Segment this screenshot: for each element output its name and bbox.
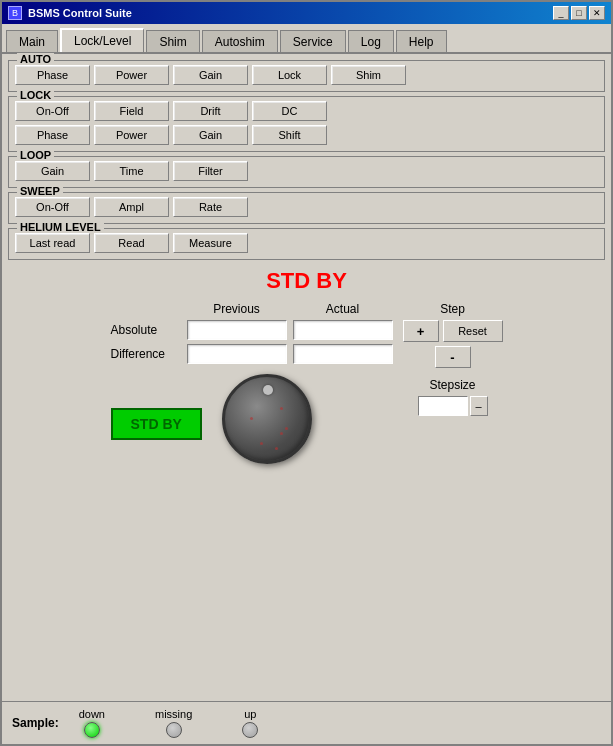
title-bar: B BSMS Control Suite _ □ ✕	[2, 2, 611, 24]
tab-service[interactable]: Service	[280, 30, 346, 52]
lock-drift-button[interactable]: Drift	[173, 101, 248, 121]
sample-up-label: up	[244, 708, 256, 720]
field-section: Previous Actual Absolute Difference	[111, 302, 393, 464]
title-bar-left: B BSMS Control Suite	[8, 6, 132, 20]
std-by-status: STD BY	[266, 268, 347, 294]
stepsize-dec-button[interactable]: –	[470, 396, 488, 416]
tab-autoshim[interactable]: Autoshim	[202, 30, 278, 52]
step-minus-button[interactable]: -	[435, 346, 471, 368]
auto-power-button[interactable]: Power	[94, 65, 169, 85]
status-area: STD BY Previous Actual Absolute	[8, 264, 605, 695]
auto-gain-button[interactable]: Gain	[173, 65, 248, 85]
sample-row: Sample: down missing up	[12, 708, 601, 738]
tab-shim[interactable]: Shim	[146, 30, 199, 52]
sample-label: Sample:	[12, 716, 59, 730]
loop-group: LOOP Gain Time Filter	[8, 156, 605, 188]
loop-gain-button[interactable]: Gain	[15, 161, 90, 181]
sample-missing-indicator: missing	[155, 708, 192, 738]
lock-power-button[interactable]: Power	[94, 125, 169, 145]
auto-phase-button[interactable]: Phase	[15, 65, 90, 85]
tab-main[interactable]: Main	[6, 30, 58, 52]
lock-group: LOCK On-Off Field Drift DC Phase Power G…	[8, 96, 605, 152]
title-buttons: _ □ ✕	[553, 6, 605, 20]
difference-actual-input[interactable]	[293, 344, 393, 364]
sweep-ampl-button[interactable]: Ampl	[94, 197, 169, 217]
absolute-previous-input[interactable]	[187, 320, 287, 340]
sweep-label: SWEEP	[17, 185, 63, 197]
lock-row1: On-Off Field Drift DC	[15, 101, 598, 121]
reset-button[interactable]: Reset	[443, 320, 503, 342]
window-title: BSMS Control Suite	[28, 7, 132, 19]
step-plus-button[interactable]: +	[403, 320, 439, 342]
lock-shift-button[interactable]: Shift	[252, 125, 327, 145]
actual-header: Actual	[293, 302, 393, 316]
previous-header: Previous	[187, 302, 287, 316]
sweep-group: SWEEP On-Off Ampl Rate	[8, 192, 605, 224]
loop-filter-button[interactable]: Filter	[173, 161, 248, 181]
step-label: Step	[440, 302, 465, 316]
tab-log[interactable]: Log	[348, 30, 394, 52]
status-bar: Sample: down missing up	[2, 701, 611, 744]
sample-indicators: down missing up	[79, 708, 259, 738]
tab-lock-level[interactable]: Lock/Level	[60, 28, 144, 52]
lock-gain-button[interactable]: Gain	[173, 125, 248, 145]
sweep-rate-button[interactable]: Rate	[173, 197, 248, 217]
auto-buttons: Phase Power Gain Lock Shim	[15, 65, 598, 85]
sweep-onoff-button[interactable]: On-Off	[15, 197, 90, 217]
sample-down-label: down	[79, 708, 105, 720]
step-controls: + Reset	[403, 320, 503, 342]
sample-missing-label: missing	[155, 708, 192, 720]
tab-help[interactable]: Help	[396, 30, 447, 52]
helium-read-button[interactable]: Read	[94, 233, 169, 253]
sample-down-indicator: down	[79, 708, 105, 738]
lock-dc-button[interactable]: DC	[252, 101, 327, 121]
maximize-button[interactable]: □	[571, 6, 587, 20]
helium-buttons: Last read Read Measure	[15, 233, 598, 253]
difference-previous-input[interactable]	[187, 344, 287, 364]
lock-label: LOCK	[17, 89, 54, 101]
minimize-button[interactable]: _	[553, 6, 569, 20]
lock-row2: Phase Power Gain Shift	[15, 125, 598, 145]
lock-phase-button[interactable]: Phase	[15, 125, 90, 145]
step-section: Step + Reset - Stepsize –	[403, 302, 503, 464]
tab-bar: Main Lock/Level Shim Autoshim Service Lo…	[2, 24, 611, 54]
absolute-label: Absolute	[111, 323, 181, 337]
knob-specks	[225, 377, 309, 461]
stepsize-row: –	[418, 396, 488, 416]
helium-group: HELIUM LEVEL Last read Read Measure	[8, 228, 605, 260]
helium-label: HELIUM LEVEL	[17, 221, 104, 233]
stepsize-label: Stepsize	[429, 378, 475, 392]
absolute-actual-input[interactable]	[293, 320, 393, 340]
main-window: B BSMS Control Suite _ □ ✕ Main Lock/Lev…	[0, 0, 613, 746]
app-icon: B	[8, 6, 22, 20]
auto-lock-button[interactable]: Lock	[252, 65, 327, 85]
auto-label: AUTO	[17, 53, 54, 65]
knob[interactable]	[222, 374, 312, 464]
helium-measure-button[interactable]: Measure	[173, 233, 248, 253]
main-content: AUTO Phase Power Gain Lock Shim LOCK On-…	[2, 54, 611, 701]
lock-onoff-button[interactable]: On-Off	[15, 101, 90, 121]
difference-row: Difference	[111, 344, 393, 364]
std-by-button[interactable]: STD BY	[111, 408, 202, 440]
loop-time-button[interactable]: Time	[94, 161, 169, 181]
sample-up-indicator: up	[242, 708, 258, 738]
absolute-row: Absolute	[111, 320, 393, 340]
sample-missing-light	[166, 722, 182, 738]
sample-down-light	[84, 722, 100, 738]
field-headers: Previous Actual	[187, 302, 393, 316]
loop-buttons: Gain Time Filter	[15, 161, 598, 181]
helium-lastread-button[interactable]: Last read	[15, 233, 90, 253]
loop-label: LOOP	[17, 149, 54, 161]
lock-field-button[interactable]: Field	[94, 101, 169, 121]
knob-area: STD BY	[111, 374, 393, 464]
close-button[interactable]: ✕	[589, 6, 605, 20]
auto-shim-button[interactable]: Shim	[331, 65, 406, 85]
difference-label: Difference	[111, 347, 181, 361]
auto-group: AUTO Phase Power Gain Lock Shim	[8, 60, 605, 92]
sample-up-light	[242, 722, 258, 738]
stepsize-input[interactable]	[418, 396, 468, 416]
sweep-buttons: On-Off Ampl Rate	[15, 197, 598, 217]
